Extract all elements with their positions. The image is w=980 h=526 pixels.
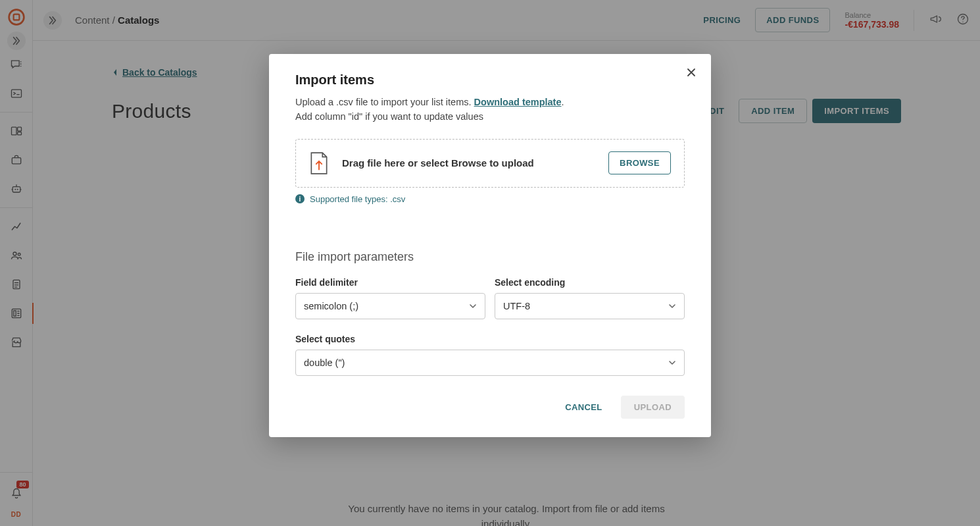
dropzone-text: Drag file here or select Browse to uploa…	[342, 157, 595, 169]
delimiter-select[interactable]: semicolon (;)	[295, 293, 485, 319]
modal-desc-prefix: Upload a .csv file to import your list i…	[295, 97, 474, 107]
import-items-modal: Import items Upload a .csv file to impor…	[269, 54, 711, 437]
modal-overlay[interactable]: Import items Upload a .csv file to impor…	[0, 0, 980, 526]
quotes-select[interactable]: double (")	[295, 350, 685, 376]
info-icon: i	[295, 194, 305, 203]
encoding-select[interactable]: UTF-8	[495, 293, 685, 319]
encoding-value: UTF-8	[503, 301, 530, 311]
upload-button[interactable]: UPLOAD	[621, 396, 685, 419]
delimiter-value: semicolon (;)	[304, 301, 358, 311]
params-section-title: File import parameters	[295, 250, 685, 264]
encoding-label: Select encoding	[495, 277, 685, 288]
file-dropzone[interactable]: Drag file here or select Browse to uploa…	[295, 139, 685, 188]
close-button[interactable]	[683, 65, 699, 80]
quotes-label: Select quotes	[295, 334, 685, 344]
modal-description: Upload a .csv file to import your list i…	[295, 95, 685, 124]
chevron-down-icon	[668, 359, 676, 367]
file-upload-icon	[309, 151, 329, 175]
filetype-text: Supported file types: .csv	[310, 194, 405, 204]
download-template-link[interactable]: Download template	[474, 97, 562, 107]
chevron-down-icon	[469, 302, 477, 310]
chevron-down-icon	[668, 302, 676, 310]
modal-title: Import items	[295, 72, 685, 88]
filetype-info: i Supported file types: .csv	[295, 194, 685, 204]
modal-desc-suffix: .	[562, 97, 564, 107]
browse-button[interactable]: BROWSE	[608, 151, 671, 174]
cancel-button[interactable]: CANCEL	[556, 396, 612, 419]
delimiter-label: Field delimiter	[295, 277, 485, 288]
modal-desc-line2: Add column "id" if you want to update va…	[295, 111, 483, 122]
quotes-value: double (")	[304, 357, 345, 368]
